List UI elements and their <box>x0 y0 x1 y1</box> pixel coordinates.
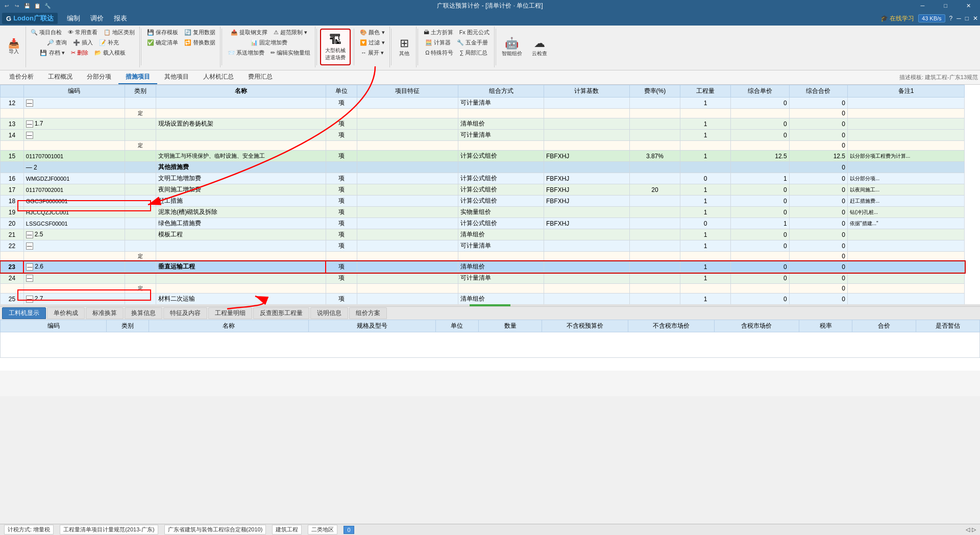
tab-unit-price[interactable]: 单价构成 <box>47 307 85 319</box>
replace-data-btn[interactable]: 🔁 替换数据 <box>182 38 218 47</box>
tab-qty-detail[interactable]: 工程量明细 <box>208 307 252 319</box>
redo-btn[interactable]: ↪ <box>12 0 21 11</box>
cloud-check-btn[interactable]: ☁ 云检查 <box>527 32 552 62</box>
tab-pricing-plan[interactable]: 组价方案 <box>349 307 387 319</box>
table-row[interactable]: 20 LSSGCSF00001 绿色施工措施费 项 计算公式组价 FBFXHJ … <box>1 218 965 229</box>
hardware-btn[interactable]: 🔧 五金手册 <box>454 38 491 47</box>
tab-convert-info[interactable]: 换算信息 <box>125 307 162 319</box>
insert-btn[interactable]: ➕ 插入 <box>70 38 95 47</box>
online-study-btn[interactable]: 🎓 在线学习 <box>880 14 914 23</box>
other-btn[interactable]: ⊞ 其他 <box>395 35 414 59</box>
tab-fees[interactable]: 费用汇总 <box>241 70 280 84</box>
tab-labor-machine-display[interactable]: 工料机显示 <box>2 307 46 319</box>
status-icon2[interactable]: ▷ <box>972 526 976 533</box>
tab-labor-machine[interactable]: 人材机汇总 <box>196 70 241 84</box>
bottom-col-type: 类别 <box>107 320 149 332</box>
table-row[interactable]: 24 — 项 可计量清单 1 0 0 <box>1 273 965 284</box>
expand-row22[interactable]: — <box>26 242 33 250</box>
menu-edit[interactable]: 编制 <box>62 12 85 25</box>
tab-features[interactable]: 特征及内容 <box>163 307 207 319</box>
tab-measures[interactable]: 措施项目 <box>118 70 157 84</box>
archive-btn[interactable]: 💾 存档 ▾ <box>37 48 67 58</box>
expand-row21[interactable]: — <box>26 231 33 238</box>
status-quota: 广东省建筑与装饰工程综合定额(2010) <box>164 525 266 534</box>
earthwork-btn[interactable]: 🏔 土方折算 <box>421 28 456 37</box>
import-btn[interactable]: 📥 导入 <box>4 37 23 57</box>
col-header-num <box>1 85 24 98</box>
expand-btn[interactable]: ↔ 展开 ▾ <box>358 48 386 58</box>
reuse-data-btn[interactable]: 🔄 复用数据 <box>182 28 218 37</box>
send-increase-btn[interactable]: 📨 系送增加费 <box>225 48 267 58</box>
help-btn[interactable]: ? <box>949 15 953 22</box>
table-row[interactable]: 21 —2.5 模板工程 项 清单组价 1 0 0 <box>1 229 965 240</box>
confirm-list-btn[interactable]: ✅ 确定清单 <box>144 38 181 47</box>
save-model-btn[interactable]: 💾 保存模板 <box>144 28 181 37</box>
table-row-selected[interactable]: 23 —2.6 垂直运输工程 项 清单组价 1 0 0 <box>1 261 965 273</box>
calculator-btn[interactable]: 🧮 计算器 <box>423 38 453 47</box>
query-btn[interactable]: 🔎 查询 <box>44 38 69 47</box>
expand-row14[interactable]: — <box>26 132 33 139</box>
save-quick-btn[interactable]: 💾 <box>22 0 32 11</box>
tab-project-overview[interactable]: 工程概况 <box>41 70 80 84</box>
tb2[interactable]: 🔧 <box>43 0 52 11</box>
local-sum-btn[interactable]: ∑ 局部汇总 <box>457 48 490 58</box>
delete-btn[interactable]: ✂ 删除 <box>68 48 91 58</box>
menu-adjust[interactable]: 调价 <box>85 12 109 25</box>
expand-row25[interactable]: — <box>26 296 33 303</box>
close-btn2[interactable]: ✕ <box>973 15 978 22</box>
table-row[interactable]: 15 011707001001 文明施工与环境保护、临时设施、安全施工 项 计算… <box>1 151 965 162</box>
table-row[interactable]: 16 WMGDZJF00001 文明工地增加费 项 计算公式组价 FBFXHJ … <box>1 173 965 184</box>
quick-access-toolbar: ↩ ↪ 💾 📋 🔧 <box>2 0 52 11</box>
menu-report[interactable]: 报表 <box>109 12 132 25</box>
formula-btn[interactable]: Fx 图元公式 <box>457 28 492 37</box>
smart-group-btn[interactable]: 🤖 智能组价 <box>499 32 525 62</box>
status-type: 建筑工程 <box>272 525 302 534</box>
big-machinery-btn[interactable]: 🏗 大型机械进退场费 <box>320 29 351 65</box>
table-row[interactable]: 22 — 项 可计量清单 1 0 0 <box>1 240 965 252</box>
color-btn[interactable]: 🎨 颜色 ▾ <box>357 28 387 37</box>
col-header-total: 综合合价 <box>789 85 847 98</box>
machinery-icon: 🏗 <box>329 33 341 47</box>
filter-btn[interactable]: 🔽 过滤 ▾ <box>357 38 387 47</box>
minimize-btn[interactable]: ─ <box>911 0 934 11</box>
edit-qty-btn[interactable]: ✏ 编辑实物量组 <box>268 48 313 58</box>
table-row[interactable]: 25 —2.7 材料二次运输 项 清单组价 1 0 0 <box>1 294 965 305</box>
common-view-btn[interactable]: 👁 常用查看 <box>65 28 100 37</box>
tb1[interactable]: 📋 <box>33 0 42 11</box>
undo-btn[interactable]: ↩ <box>2 0 11 11</box>
table-row[interactable]: 18 GGCSF0000001 赶工措施 项 计算公式组价 FBFXHJ 1 0… <box>1 196 965 207</box>
table-row[interactable]: 14 — 项 可计量清单 1 0 0 <box>1 130 965 141</box>
maximize-btn[interactable]: □ <box>934 0 957 11</box>
close-btn[interactable]: ✕ <box>957 0 980 11</box>
bottom-col-tax-rate: 税率 <box>799 320 852 332</box>
extract-btn[interactable]: 📤 提取钢支撑 <box>228 28 270 37</box>
project-check-btn[interactable]: 🔍 项目自检 <box>28 28 64 37</box>
tab-cost-analysis[interactable]: 造价分析 <box>2 70 41 84</box>
template-hint: 描述模板: 建筑工程-广东13规范 <box>899 74 978 81</box>
tab-standard-convert[interactable]: 标准换算 <box>86 307 124 319</box>
expand-row23[interactable]: — <box>26 263 33 271</box>
tab-other-items[interactable]: 其他项目 <box>157 70 196 84</box>
expand-row12[interactable]: — <box>26 100 33 107</box>
tab-bill-items[interactable]: 分部分项 <box>80 70 118 84</box>
table-row[interactable]: 12 — 项 可计量清单 1 0 0 <box>1 98 965 109</box>
load-template-btn[interactable]: 📂 载入模板 <box>92 48 128 58</box>
fix-increase-btn[interactable]: 📊 固定增加费 <box>248 38 290 47</box>
min-btn2[interactable]: ─ <box>957 15 961 22</box>
special-sym-btn[interactable]: Ω 特殊符号 <box>423 48 456 58</box>
app-logo[interactable]: G Lodon广联达 <box>2 13 58 24</box>
supplement-btn[interactable]: 📝 补充 <box>96 38 121 47</box>
expand-row24[interactable]: — <box>26 275 33 282</box>
table-row[interactable]: 13 —1.7 现场设置的卷扬机架 项 清单组价 1 0 0 <box>1 118 965 130</box>
table-row[interactable]: 17 011707002001 夜间施工增加费 项 计算公式组价 FBFXHJ … <box>1 184 965 196</box>
exceed-btn[interactable]: ⚠ 超范限制 ▾ <box>271 28 310 37</box>
table-row[interactable]: 19 HJCCQZJCC001 泥浆池(槽)砌筑及拆除 项 实物量组价 1 0 … <box>1 207 965 218</box>
max-btn2[interactable]: □ <box>965 15 969 22</box>
main-table-wrapper[interactable]: 编码 类别 名称 单位 项目特征 组合方式 计算基数 费率(%) 工程量 综合单… <box>0 85 980 304</box>
status-icon1[interactable]: ◁ <box>966 526 970 533</box>
tab-description[interactable]: 说明信息 <box>310 307 348 319</box>
area-type-btn[interactable]: 📋 地区类别 <box>101 28 137 37</box>
expand-row13[interactable]: — <box>26 120 33 128</box>
tab-reverse-check[interactable]: 反查图形工程量 <box>253 307 309 319</box>
toolbar-group-color: 🎨 颜色 ▾ 🔽 过滤 ▾ ↔ 展开 ▾ <box>355 27 389 67</box>
